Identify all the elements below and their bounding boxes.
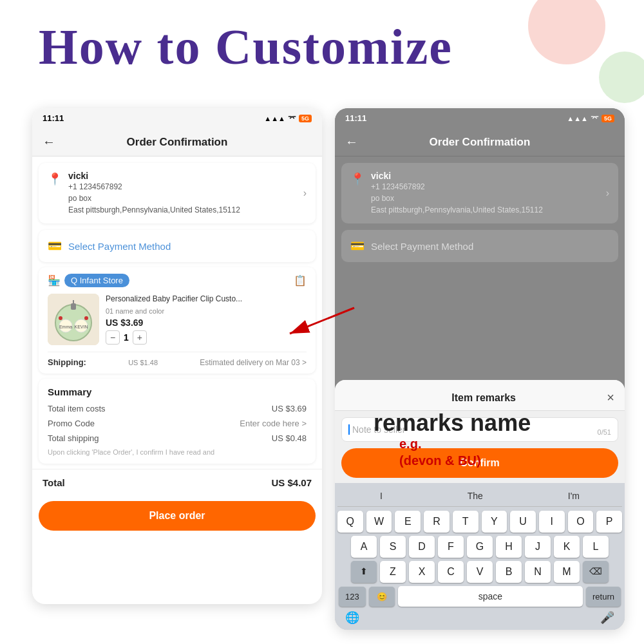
key-W[interactable]: W — [366, 511, 392, 533]
product-variant-left: 01 name and color — [106, 307, 307, 315]
svg-text:Emma: Emma — [59, 325, 72, 329]
key-Y[interactable]: Y — [482, 511, 507, 533]
key-J[interactable]: J — [525, 536, 551, 558]
red-arrow-annotation — [283, 301, 361, 343]
key-C[interactable]: C — [438, 561, 464, 583]
place-order-button[interactable]: Place order — [39, 501, 316, 531]
store-name: Q Infant Store — [64, 274, 129, 287]
key-A[interactable]: A — [351, 536, 377, 558]
back-button-left[interactable]: ← — [43, 135, 55, 149]
modal-header: Item remarks × — [335, 380, 625, 411]
summary-item-costs-row: Total item costs US $3.69 — [48, 404, 307, 413]
keyboard: I The I'm Q W E R T Y U I O P A S D — [335, 483, 625, 630]
qty-value: 1 — [124, 332, 129, 343]
store-header-left: 🏪 Q Infant Store 📋 — [48, 274, 307, 287]
payment-row-right[interactable]: 💳 Select Payment Method — [341, 230, 618, 262]
product-info-left: Personalized Baby Pacifier Clip Custo...… — [106, 294, 307, 345]
status-icons-left: ▲▲▲ ⌤ 5G — [264, 114, 312, 122]
key-D[interactable]: D — [409, 536, 435, 558]
back-button-right[interactable]: ← — [345, 135, 358, 149]
summary-promo-row[interactable]: Promo Code Enter code here > — [48, 419, 307, 428]
payment-icon-left: 💳 — [48, 239, 62, 253]
address-line2-right: East pittsburgh,Pennsylvania,United Stat… — [371, 204, 600, 216]
modal-close-button[interactable]: × — [607, 390, 614, 405]
svg-rect-6 — [71, 303, 76, 310]
total-bar-left: Total US $4.07 — [32, 469, 322, 496]
keyboard-bottom-row: 123 😊 space return — [337, 586, 622, 607]
address-card-right[interactable]: 📍 vicki +1 1234567892 po box East pittsb… — [341, 163, 618, 223]
store-icon: 🏪 — [48, 274, 61, 287]
key-F[interactable]: F — [438, 536, 464, 558]
key-V[interactable]: V — [467, 561, 493, 583]
product-image-left: Emma KEVIN — [48, 294, 99, 345]
product-name-left: Personalized Baby Pacifier Clip Custo... — [106, 294, 307, 305]
promo-label: Promo Code — [48, 419, 95, 428]
key-T[interactable]: T — [453, 511, 478, 533]
text-cursor — [348, 424, 350, 435]
key-X[interactable]: X — [409, 561, 435, 583]
network-badge-right: 5G — [601, 115, 614, 122]
mic-icon[interactable]: 🎤 — [600, 611, 614, 625]
globe-icon[interactable]: 🌐 — [345, 611, 359, 625]
suggest-3[interactable]: I'm — [568, 491, 580, 501]
key-M[interactable]: M — [554, 561, 580, 583]
phone-screenshot-left: 11:11 ▲▲▲ ⌤ 5G ← Order Confirmation 📍 vi… — [32, 108, 322, 604]
svg-text:KEVIN: KEVIN — [74, 325, 88, 329]
total-shipping-value: US $0.48 — [272, 433, 307, 443]
address-card-left[interactable]: 📍 vicki +1 1234567892 po box East pittsb… — [39, 163, 316, 223]
wifi-icon-right: ⌤ — [591, 114, 599, 122]
key-I[interactable]: I — [539, 511, 565, 533]
status-bar-right: 11:11 ▲▲▲ ⌤ 5G — [335, 108, 625, 128]
address-line1-left: po box — [68, 193, 297, 204]
key-emoji[interactable]: 😊 — [369, 587, 395, 607]
location-icon-right: 📍 — [350, 172, 365, 186]
payment-icon-right: 💳 — [350, 239, 365, 253]
key-R[interactable]: R — [424, 511, 450, 533]
key-G[interactable]: G — [467, 536, 493, 558]
status-time-left: 11:11 — [43, 113, 64, 123]
phone-screenshot-right: 11:11 ▲▲▲ ⌤ 5G ← Order Confirmation 📍 vi… — [335, 108, 625, 630]
network-badge: 5G — [299, 115, 312, 122]
key-P[interactable]: P — [596, 511, 622, 533]
payment-method-row-left[interactable]: 💳 Select Payment Method — [39, 230, 316, 262]
wifi-icon: ⌤ — [288, 114, 296, 122]
key-space[interactable]: space — [398, 586, 583, 607]
keyboard-row-2: A S D F G H J K L — [337, 536, 622, 558]
keyboard-globe-row: 🌐 🎤 — [337, 607, 622, 627]
signal-icon-right: ▲▲▲ — [567, 115, 588, 122]
qty-increase-btn[interactable]: + — [133, 330, 147, 345]
key-return[interactable]: return — [586, 587, 621, 607]
suggest-1[interactable]: I — [380, 491, 383, 501]
store-edit-icon[interactable]: 📋 — [294, 274, 307, 287]
store-name-badge: 🏪 Q Infant Store — [48, 274, 129, 287]
svg-point-9 — [84, 316, 88, 320]
qty-decrease-btn[interactable]: − — [106, 330, 120, 345]
shipping-label: Shipping: — [48, 357, 86, 367]
key-K[interactable]: K — [554, 536, 580, 558]
key-shift[interactable]: ⬆ — [351, 561, 377, 583]
total-shipping-label: Total shipping — [48, 433, 99, 443]
key-L[interactable]: L — [583, 536, 609, 558]
keyboard-row-1: Q W E R T Y U I O P — [337, 511, 622, 533]
key-H[interactable]: H — [496, 536, 522, 558]
payment-label-right: Select Payment Method — [371, 241, 473, 252]
suggest-2[interactable]: The — [468, 491, 483, 501]
item-costs-label: Total item costs — [48, 404, 106, 413]
bg-decoration-green — [599, 52, 644, 103]
key-E[interactable]: E — [395, 511, 421, 533]
key-123[interactable]: 123 — [339, 587, 366, 607]
key-U[interactable]: U — [510, 511, 536, 533]
nav-bar-left: ← Order Confirmation — [32, 128, 322, 156]
key-Q[interactable]: Q — [337, 511, 363, 533]
address-line1-right: po box — [371, 193, 600, 204]
key-Z[interactable]: Z — [380, 561, 406, 583]
signal-icon: ▲▲▲ — [264, 115, 285, 122]
item-remarks-modal: Item remarks × Note to seller 0/51 remar… — [335, 380, 625, 630]
key-N[interactable]: N — [525, 561, 551, 583]
key-O[interactable]: O — [568, 511, 594, 533]
key-B[interactable]: B — [496, 561, 522, 583]
summary-card-left: Summary Total item costs US $3.69 Promo … — [39, 379, 316, 464]
key-delete[interactable]: ⌫ — [583, 561, 609, 583]
key-S[interactable]: S — [380, 536, 406, 558]
modal-title: Item remarks — [361, 392, 607, 404]
